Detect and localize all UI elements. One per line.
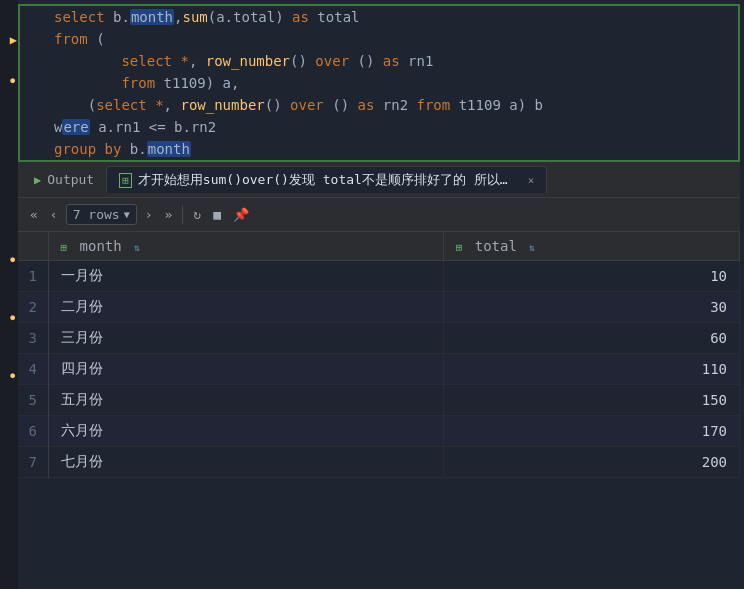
- total-cell: 170: [443, 416, 739, 447]
- code-content-3: select *, row_number() over () as rn1: [54, 51, 433, 71]
- total-cell: 200: [443, 447, 739, 478]
- gutter-row-6: [0, 110, 18, 130]
- table-row: 6六月份170: [18, 416, 740, 447]
- total-sort-icon[interactable]: ⇅: [529, 242, 535, 253]
- gutter-row-3: [0, 50, 18, 70]
- code-line-7: group by b.month: [20, 138, 738, 160]
- month-cell: 三月份: [48, 323, 443, 354]
- total-cell: 30: [443, 292, 739, 323]
- code-line-1: select b.month,sum(a.total) as total: [20, 6, 738, 28]
- month-cell: 六月份: [48, 416, 443, 447]
- month-cell: 五月份: [48, 385, 443, 416]
- row-num-cell: 6: [18, 416, 48, 447]
- gutter-table-5: ●: [0, 360, 18, 389]
- results-section: ▶ Output ⊞ 才开始想用sum()over()发现 total不是顺序排…: [18, 162, 740, 589]
- result-tab-label: 才开始想用sum()over()发现 total不是顺序排好了的 所以行不通: [138, 171, 518, 189]
- nav-next-button[interactable]: ›: [141, 205, 157, 224]
- row-num-cell: 2: [18, 292, 48, 323]
- code-content-4: from t1109) a,: [54, 73, 239, 93]
- gutter-table-1: ●: [0, 244, 18, 273]
- row-num-cell: 1: [18, 261, 48, 292]
- toolbar-separator: [182, 206, 183, 224]
- month-cell: 二月份: [48, 292, 443, 323]
- output-icon: ▶: [34, 173, 41, 187]
- code-line-4: from t1109) a,: [20, 72, 738, 94]
- code-editor: select b.month,sum(a.total) as total fro…: [18, 4, 740, 162]
- rows-selector[interactable]: 7 rows ▼: [66, 204, 137, 225]
- gutter-row-7: [0, 130, 18, 150]
- nav-first-button[interactable]: «: [26, 205, 42, 224]
- content-column: select b.month,sum(a.total) as total fro…: [18, 0, 744, 589]
- table-body: 1一月份102二月份303三月份604四月份1105五月份1506六月份1707…: [18, 261, 740, 478]
- gutter-row-5: [0, 90, 18, 110]
- rows-label: 7 rows: [73, 207, 120, 222]
- stop-button[interactable]: ■: [209, 205, 225, 224]
- month-cell: 七月份: [48, 447, 443, 478]
- code-line-6: were a.rn1 <= b.rn2: [20, 116, 738, 138]
- gutter-table-3: ●: [0, 302, 18, 331]
- month-col-icon: ⊞: [61, 241, 68, 254]
- month-cell: 四月份: [48, 354, 443, 385]
- total-cell: 150: [443, 385, 739, 416]
- code-content-2: from (: [54, 29, 105, 49]
- tab-result[interactable]: ⊞ 才开始想用sum()over()发现 total不是顺序排好了的 所以行不通…: [106, 166, 547, 193]
- row-num-cell: 7: [18, 447, 48, 478]
- main-layout: ▶ ● ● ● ● select b.month,sum(: [0, 0, 744, 589]
- rows-dropdown-icon: ▼: [124, 209, 130, 220]
- gutter-row-1: [0, 10, 18, 30]
- month-cell: 一月份: [48, 261, 443, 292]
- tabs-bar: ▶ Output ⊞ 才开始想用sum()over()发现 total不是顺序排…: [18, 162, 740, 198]
- table-row: 2二月份30: [18, 292, 740, 323]
- gutter-row-4: ●: [0, 70, 18, 90]
- table-row: 7七月份200: [18, 447, 740, 478]
- row-num-cell: 5: [18, 385, 48, 416]
- code-content-1: select b.month,sum(a.total) as total: [54, 7, 360, 27]
- code-line-3: select *, row_number() over () as rn1: [20, 50, 738, 72]
- refresh-button[interactable]: ↻: [189, 205, 205, 224]
- col-month-header[interactable]: ⊞ month ⇅: [48, 232, 443, 261]
- table-row: 3三月份60: [18, 323, 740, 354]
- row-num-header: [18, 232, 48, 261]
- total-cell: 60: [443, 323, 739, 354]
- table-row: 5五月份150: [18, 385, 740, 416]
- row-num-cell: 4: [18, 354, 48, 385]
- results-table-container: ⊞ month ⇅ ⊞ total ⇅ 1一月份102二月份: [18, 232, 740, 589]
- total-cell: 110: [443, 354, 739, 385]
- total-col-icon: ⊞: [456, 241, 463, 254]
- gutter-table-6: [0, 389, 18, 418]
- results-table: ⊞ month ⇅ ⊞ total ⇅ 1一月份102二月份: [18, 232, 740, 478]
- row-num-cell: 3: [18, 323, 48, 354]
- gutter-row-2: ▶: [0, 30, 18, 50]
- code-content-5: (select *, row_number() over () as rn2 f…: [54, 95, 543, 115]
- code-line-5: (select *, row_number() over () as rn2 f…: [20, 94, 738, 116]
- nav-prev-button[interactable]: ‹: [46, 205, 62, 224]
- table-header-row: ⊞ month ⇅ ⊞ total ⇅: [18, 232, 740, 261]
- table-row: 1一月份10: [18, 261, 740, 292]
- code-content-6: were a.rn1 <= b.rn2: [54, 117, 216, 137]
- tab-output[interactable]: ▶ Output: [22, 168, 106, 191]
- table-row: 4四月份110: [18, 354, 740, 385]
- close-tab-button[interactable]: ×: [528, 174, 535, 187]
- nav-last-button[interactable]: »: [160, 205, 176, 224]
- code-content-7: group by b.month: [54, 139, 191, 159]
- total-col-label: total: [475, 238, 517, 254]
- pin-button[interactable]: 📌: [229, 205, 253, 224]
- left-gutter: ▶ ● ● ● ●: [0, 0, 18, 589]
- code-line-2: from (: [20, 28, 738, 50]
- month-sort-icon[interactable]: ⇅: [134, 242, 140, 253]
- gutter-table-2: [0, 273, 18, 302]
- gutter-table-4: [0, 331, 18, 360]
- total-cell: 10: [443, 261, 739, 292]
- table-icon: ⊞: [119, 173, 132, 188]
- col-total-header[interactable]: ⊞ total ⇅: [443, 232, 739, 261]
- output-tab-label: Output: [47, 172, 94, 187]
- results-toolbar: « ‹ 7 rows ▼ › » ↻ ■ 📌: [18, 198, 740, 232]
- month-col-label: month: [80, 238, 122, 254]
